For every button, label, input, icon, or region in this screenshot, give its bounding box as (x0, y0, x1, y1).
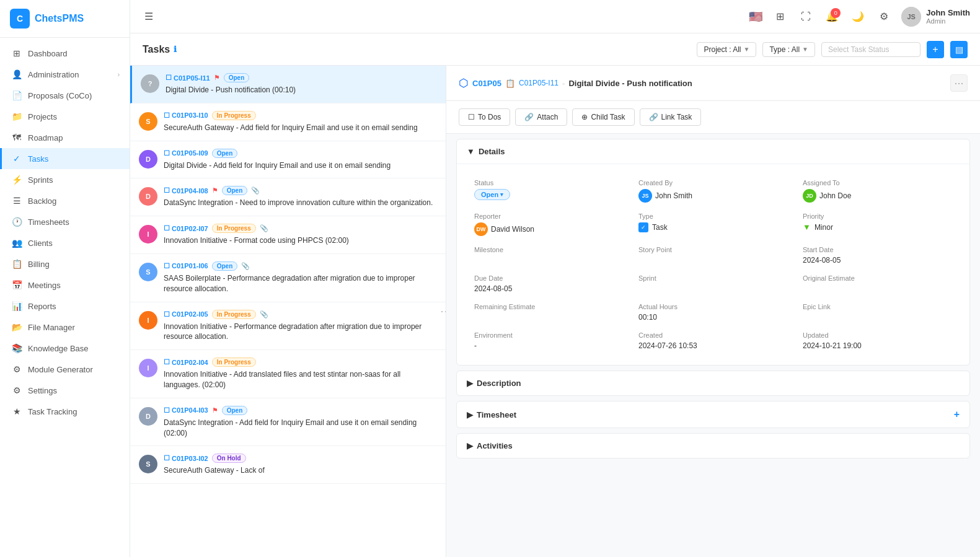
task-avatar: D (139, 187, 157, 206)
created-by-field: Created By JS John Smith (631, 174, 795, 208)
task-item[interactable]: ? ☐ C01P05-I11 ⚑ Open Digital Divide - P… (130, 66, 446, 103)
task-id: ☐ C01P05-I11 (166, 74, 210, 82)
task-item[interactable]: D ☐ C01P05-I09 Open Digital Divide - Add… (130, 141, 446, 179)
task-item[interactable]: S ☐ C01P03-I02 On Hold SecureAuth Gatewa… (130, 446, 446, 484)
details-section-title: Details (479, 147, 505, 156)
user-name: John Smith (926, 8, 970, 17)
type-filter[interactable]: Type : All ▼ (762, 42, 815, 57)
list-more-options[interactable]: ⋮ (439, 306, 446, 317)
sidebar-item-sprints[interactable]: ⚡ Sprints (0, 169, 130, 190)
sidebar-item-projects[interactable]: 📁 Projects (0, 106, 130, 127)
sidebar-item-task-tracking[interactable]: ★ Task Tracking (0, 401, 130, 422)
priority-field: Priority ▼ Minor (795, 208, 960, 241)
sidebar-item-tasks[interactable]: ✓ Tasks (0, 148, 130, 169)
status-button[interactable]: Open ▾ (474, 189, 510, 200)
task-item[interactable]: I ☐ C01P02-I05 In Progress 📎 Innovation … (130, 302, 446, 351)
created-value: 2024-07-26 10:53 (638, 341, 788, 350)
sidebar-item-dashboard[interactable]: ⊞ Dashboard (0, 43, 130, 64)
grid-view-button[interactable]: ▤ (950, 41, 968, 58)
breadcrumb-separator: - (562, 79, 565, 88)
task-item[interactable]: S ☐ C01P01-I06 Open 📎 SAAS Boilerplate -… (130, 254, 446, 302)
start-date-label: Start Date (803, 246, 952, 253)
task-checkbox-icon: ☐ (164, 454, 170, 462)
created-by-value: JS John Smith (638, 189, 788, 203)
attach-button[interactable]: 🔗 Attach (515, 108, 567, 126)
add-timesheet-button[interactable]: + (954, 409, 960, 420)
sidebar-item-label: Dashboard (28, 49, 120, 58)
type-field: Type ✓ Task (631, 208, 795, 241)
task-title: Digital Divide - Push notification (00:1… (166, 85, 437, 95)
description-section-header[interactable]: ▶ Description (457, 371, 969, 395)
sidebar-item-settings[interactable]: ⚙ Settings (0, 380, 130, 401)
sidebar-item-billing[interactable]: 📋 Billing (0, 253, 130, 274)
flag-icon: ⚑ (212, 186, 218, 195)
task-item[interactable]: I ☐ C01P02-I04 In Progress Innovation In… (130, 350, 446, 398)
status-field: Status Open ▾ (467, 174, 631, 208)
assigned-to-field: Assigned To JD John Doe (795, 174, 960, 208)
detail-header: ⬡ C01P05 📋 C01P05-I11 - Digital Divide -… (446, 66, 980, 101)
fullscreen-button[interactable]: ⛶ (797, 8, 814, 25)
sidebar-logo: C ChetsPMS (0, 0, 130, 38)
task-item[interactable]: D ☐ C01P04-I08 ⚑ Open 📎 DataSync Integra… (130, 178, 446, 216)
notifications-button[interactable]: 🔔 0 (823, 8, 841, 25)
sidebar-item-module-generator[interactable]: ⚙ Module Generator (0, 359, 130, 380)
actual-hours-label: Actual Hours (638, 303, 788, 310)
activities-section-header[interactable]: ▶ Activities (457, 434, 969, 458)
link-task-button[interactable]: 🔗 Link Task (640, 108, 702, 126)
flag-icon: 🇺🇸 (749, 10, 762, 24)
sidebar-item-label: Meetings (28, 281, 120, 290)
task-checkbox-icon: ☐ (164, 224, 170, 232)
task-id: ☐ C01P02-I04 (164, 358, 208, 366)
sidebar-item-knowledge-base[interactable]: 📚 Knowledge Base (0, 338, 130, 359)
dark-mode-toggle[interactable]: 🌙 (849, 8, 867, 25)
user-profile[interactable]: JS John Smith Admin (901, 7, 970, 27)
details-section: ▼ Details Status Open ▾ (456, 139, 970, 366)
task-item[interactable]: S ☐ C01P03-I10 In Progress SecureAuth Ga… (130, 103, 446, 141)
breadcrumb-task-title: Digital Divide - Push notification (568, 79, 692, 88)
timesheet-section-header[interactable]: ▶ Timesheet + (457, 401, 969, 428)
sidebar-item-file-manager[interactable]: 📂 File Manager (0, 317, 130, 338)
sidebar-item-roadmap[interactable]: 🗺 Roadmap (0, 127, 130, 148)
task-id: ☐ C01P04-I03 (164, 406, 208, 414)
settings-button[interactable]: ⚙ (875, 8, 893, 25)
sidebar-item-label: Reports (28, 302, 120, 311)
created-label: Created (638, 331, 788, 339)
task-id: ☐ C01P03-I02 (164, 454, 208, 462)
task-title: DataSync Integration - Need to improve i… (164, 198, 437, 208)
type-value: ✓ Task (638, 222, 788, 232)
sidebar-item-label: Billing (28, 260, 120, 269)
more-options-button[interactable]: ··· (950, 74, 968, 92)
task-checkbox-icon: ☐ (164, 262, 170, 270)
task-checkbox-icon: ☐ (164, 406, 170, 414)
sidebar-item-reports[interactable]: 📊 Reports (0, 296, 130, 317)
sidebar-item-administration[interactable]: 👤 Administration › (0, 64, 130, 85)
module-generator-icon: ⚙ (12, 364, 22, 374)
grid-view-button[interactable]: ⊞ (771, 8, 788, 25)
task-avatar: S (139, 263, 157, 281)
settings-icon: ⚙ (12, 385, 22, 395)
details-section-header[interactable]: ▼ Details (457, 139, 969, 164)
start-date-field: Start Date 2024-08-05 (795, 241, 960, 270)
sidebar-item-timesheets[interactable]: 🕐 Timesheets (0, 211, 130, 232)
status-search[interactable]: Select Task Status (821, 42, 920, 57)
breadcrumb-task-id[interactable]: C01P05-I11 (519, 79, 558, 87)
original-estimate-label: Original Estimate (803, 274, 952, 282)
sidebar-item-label: Projects (28, 112, 120, 121)
hamburger-menu-button[interactable]: ☰ (140, 8, 157, 25)
task-item[interactable]: D ☐ C01P04-I03 ⚑ Open DataSync Integrati… (130, 398, 446, 447)
grid-icon: ⊞ (776, 11, 784, 22)
add-task-button[interactable]: + (927, 41, 944, 58)
breadcrumb-project[interactable]: C01P05 (472, 79, 501, 88)
sidebar-item-label: Timesheets (28, 217, 120, 227)
task-title: SecureAuth Gateway - Lack of (164, 465, 437, 476)
project-filter[interactable]: Project : All ▼ (697, 42, 756, 57)
todos-button[interactable]: ☐ To Dos (459, 108, 510, 126)
task-item[interactable]: I ☐ C01P02-I07 In Progress 📎 Innovation … (130, 216, 446, 254)
task-title: Digital Divide - Add field for Inquiry E… (164, 160, 437, 171)
clients-icon: 👥 (12, 238, 22, 248)
sidebar-item-proposals[interactable]: 📄 Proposals (CoCo) (0, 85, 130, 106)
sidebar-item-clients[interactable]: 👥 Clients (0, 232, 130, 253)
sidebar-item-backlog[interactable]: ☰ Backlog (0, 190, 130, 211)
child-task-button[interactable]: ⊕ Child Task (572, 108, 634, 126)
sidebar-item-meetings[interactable]: 📅 Meetings (0, 274, 130, 296)
